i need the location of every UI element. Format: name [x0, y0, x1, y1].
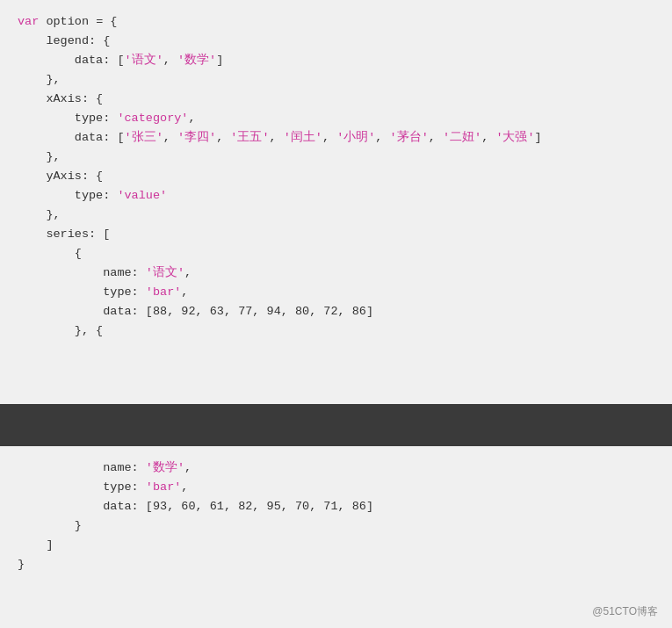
code-line-11: }, [18, 206, 654, 225]
code-line-17: }, { [18, 321, 654, 341]
code-line-12: series: [ [18, 225, 654, 244]
code-editor: var option = { legend: { data: ['语文', '数… [0, 0, 672, 628]
code-line-14: name: '语文', [18, 263, 654, 283]
code-line-13: { [18, 244, 654, 263]
code-line-16: data: [88, 92, 63, 77, 94, 80, 72, 86] [18, 302, 654, 321]
code-line-b4: } [18, 516, 654, 536]
code-line-1: var option = { [18, 12, 654, 32]
code-line-b2: type: 'bar', [18, 478, 654, 497]
code-panel-top: var option = { legend: { data: ['语文', '数… [0, 0, 672, 404]
code-line-2: legend: { [18, 32, 654, 51]
code-line-7: data: ['张三', '李四', '王五', '闰土', '小明', '茅台… [18, 128, 654, 148]
divider [0, 404, 672, 446]
watermark: @51CTO博客 [592, 604, 658, 619]
code-line-4: }, [18, 70, 654, 90]
code-line-9: yAxis: { [18, 167, 654, 186]
code-line-5: xAxis: { [18, 90, 654, 109]
code-line-10: type: 'value' [18, 186, 654, 206]
code-panel-bottom: name: '数学', type: 'bar', data: [93, 60, … [0, 446, 672, 628]
code-line-15: type: 'bar', [18, 283, 654, 302]
code-line-3: data: ['语文', '数学'] [18, 51, 654, 70]
code-line-b6: } [18, 555, 654, 574]
code-line-b5: ] [18, 536, 654, 555]
code-line-b3: data: [93, 60, 61, 82, 95, 70, 71, 86] [18, 497, 654, 516]
code-line-8: }, [18, 148, 654, 167]
code-line-b1: name: '数学', [18, 458, 654, 478]
code-line-6: type: 'category', [18, 109, 654, 128]
